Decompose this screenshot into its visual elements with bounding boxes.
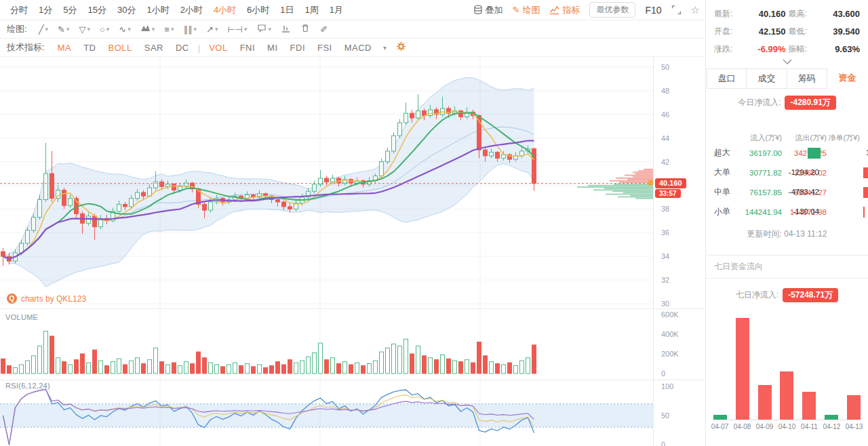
- quote-collapse-button[interactable]: [706, 58, 868, 68]
- svg-text:36: 36: [661, 228, 669, 237]
- timeframe-item[interactable]: 4小时: [209, 2, 241, 18]
- fund-flow-row-label: 小单: [714, 206, 737, 218]
- caret-down-icon: ▾: [269, 26, 272, 33]
- update-time-value: 04-13 11:12: [784, 229, 827, 239]
- brush-tool[interactable]: ✎▾: [53, 23, 74, 36]
- vertical-bars-tool[interactable]: ∥∥▾: [178, 23, 201, 36]
- fund-flow-row: 超大36197.0034270.251926.75: [706, 143, 868, 163]
- fullscreen-icon[interactable]: [671, 5, 682, 15]
- net-cell: -4783.42: [827, 186, 860, 199]
- indicator-vol[interactable]: VOL: [203, 41, 234, 54]
- caret-down-icon: ▾: [244, 26, 248, 33]
- timeframe-item[interactable]: 6小时: [242, 2, 274, 18]
- net-value: -130.04: [793, 207, 819, 216]
- net-bar: [863, 207, 865, 218]
- toolbar-right-controls: 叠加 ✎ 绘图 指标 最优参数 F10 ☆: [473, 2, 700, 18]
- timeframe-item[interactable]: 15分: [83, 2, 111, 18]
- peaks-tool[interactable]: ▾: [136, 22, 160, 37]
- indicator-panel-button[interactable]: 指标: [549, 4, 580, 16]
- timeframe-item[interactable]: 2小时: [176, 2, 208, 18]
- fund-flow-row: 小单144241.94144371.98-130.04: [706, 202, 868, 222]
- f10-button[interactable]: F10: [645, 5, 661, 16]
- timeframe-item[interactable]: 1月: [325, 2, 348, 18]
- svg-text:46: 46: [661, 110, 669, 119]
- timeframe-item[interactable]: 30分: [113, 2, 140, 18]
- gear-icon: [396, 41, 406, 52]
- line-chart-icon: [549, 5, 559, 15]
- draw-mode-button[interactable]: ✎ 绘图: [513, 4, 540, 16]
- indicator-macd[interactable]: MACD: [338, 41, 378, 54]
- timeframe-item[interactable]: 5分: [58, 2, 81, 18]
- indicator-toolbar-label: 技术指标:: [7, 41, 45, 54]
- drawing-toolbar-label: 绘图:: [7, 23, 27, 35]
- update-time-row: 更新时间: 04-13 11:12: [706, 228, 868, 240]
- indicator-more-caret[interactable]: ▾: [378, 44, 392, 52]
- indicator-ma[interactable]: MA: [52, 41, 78, 54]
- net-bar: [863, 167, 868, 178]
- timeframe-item[interactable]: 1分: [34, 2, 57, 18]
- timeframe-item[interactable]: 分时: [5, 2, 33, 18]
- circle-tool-icon: ○: [100, 24, 105, 35]
- position-tool[interactable]: [276, 22, 296, 37]
- magnet-tool[interactable]: ✐: [315, 23, 332, 36]
- peaks-tool-icon: [140, 23, 151, 35]
- range-tool[interactable]: ⊢⊣▾: [222, 23, 252, 36]
- main-chart[interactable]: 50484644423836343230600K400K200K0100500: [0, 57, 705, 446]
- chart-column: 分时1分5分15分30分1小时2小时4小时6小时1日1周1月 叠加 ✎ 绘图 指…: [0, 0, 705, 446]
- arrow-tool[interactable]: ↗▾: [201, 23, 222, 36]
- callout-tool[interactable]: ▾: [252, 22, 277, 37]
- tab-chouma[interactable]: 筹码: [787, 68, 827, 89]
- caret-down-icon: ▾: [87, 26, 90, 33]
- indicator-dc[interactable]: DC: [170, 41, 195, 54]
- caret-down-icon: ▾: [215, 26, 218, 33]
- indicator-fsi[interactable]: FSI: [311, 41, 338, 54]
- volume-bars: [1, 331, 536, 373]
- indicator-fni[interactable]: FNI: [234, 41, 261, 54]
- qkl123-logo-icon: Q: [7, 293, 17, 304]
- timeframe-item[interactable]: 1小时: [142, 2, 174, 18]
- fund-flow-row-label: 中单: [714, 186, 737, 198]
- svg-text:400K: 400K: [661, 330, 679, 338]
- fund-flow-row: 大单30771.8232066.02-1294.20: [706, 163, 868, 182]
- tab-chengjiao[interactable]: 成交: [747, 68, 787, 89]
- quote-label: 涨跌:: [714, 43, 743, 55]
- indicator-fdi[interactable]: FDI: [284, 41, 311, 54]
- indicator-settings-button[interactable]: [396, 41, 406, 54]
- timeframe-item[interactable]: 1日: [275, 2, 298, 18]
- today-net-flow-row: 今日净流入: -4280.91万: [706, 96, 868, 110]
- quote-label: 最高:: [789, 8, 817, 20]
- vertical-bars-tool-icon: ∥∥: [183, 24, 192, 35]
- seven-day-bar: [736, 318, 749, 420]
- shape-tool[interactable]: ▽▾: [74, 23, 95, 36]
- svg-text:50: 50: [661, 411, 669, 420]
- timeframe-item[interactable]: 1周: [300, 2, 323, 18]
- tab-zijin[interactable]: 资金: [827, 68, 867, 89]
- caret-down-icon: ▾: [127, 26, 131, 33]
- tab-pankou[interactable]: 盘口: [707, 68, 747, 89]
- svg-text:34: 34: [661, 252, 669, 260]
- brush-tool-icon: ✎: [58, 24, 65, 35]
- fib-lines-tool[interactable]: ≡▾: [159, 23, 178, 36]
- trading-app: 分时1分5分15分30分1小时2小时4小时6小时1日1周1月 叠加 ✎ 绘图 指…: [0, 0, 868, 446]
- rsi-pane: [0, 389, 653, 445]
- indicator-boll[interactable]: BOLL: [102, 41, 138, 54]
- overlay-button[interactable]: 叠加: [473, 4, 503, 16]
- favorite-star-icon[interactable]: ☆: [691, 4, 700, 16]
- caret-down-icon: ▾: [193, 26, 197, 33]
- current-price-badge: 40.160: [655, 178, 686, 188]
- seven-day-date-label: 04-12: [821, 423, 843, 430]
- quote-label: 最新:: [714, 8, 743, 20]
- seven-day-bar-column: [757, 385, 772, 420]
- indicator-sar[interactable]: SAR: [138, 41, 170, 54]
- delete-drawings-tool[interactable]: [296, 22, 315, 37]
- fib-lines-tool-icon: ≡: [164, 24, 170, 35]
- trend-line-tool[interactable]: ╱▾: [34, 23, 53, 36]
- svg-text:600K: 600K: [661, 310, 679, 319]
- inflow-column-header: 流入(万¥): [737, 133, 782, 143]
- circle-tool[interactable]: ○▾: [95, 23, 114, 36]
- wave-tool[interactable]: ∿▾: [114, 23, 135, 36]
- best-params-button[interactable]: 最优参数: [589, 2, 635, 18]
- indicator-td[interactable]: TD: [77, 41, 102, 54]
- net-bar: [863, 187, 868, 198]
- indicator-mi[interactable]: MI: [261, 41, 283, 54]
